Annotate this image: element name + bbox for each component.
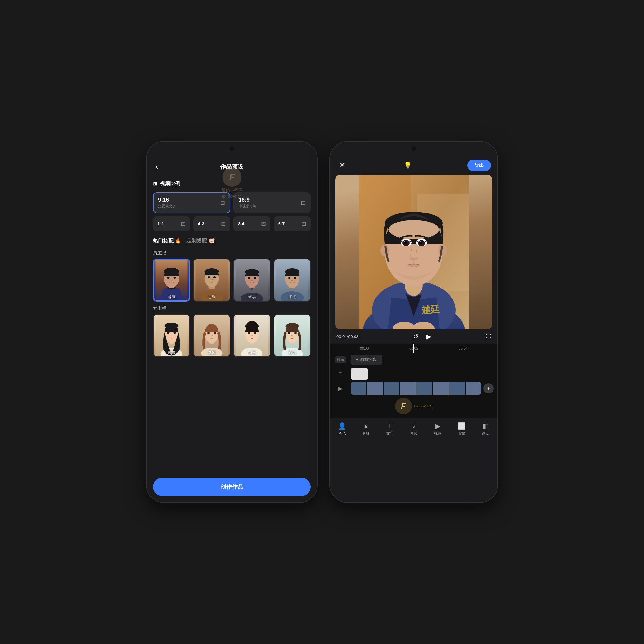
fullscreen-button[interactable]: ⛶ [486,334,491,339]
nav-text[interactable]: T 文字 [378,421,402,437]
ratio-card-3-4[interactable]: 3:4 ⊡ [233,216,270,231]
ratio-4-3-num: 4:3 [198,221,204,226]
svg-point-35 [174,332,176,334]
male-char-4[interactable]: 顾远 [274,259,311,302]
svg-point-40 [207,332,210,334]
caption-label-text: 封面 [335,356,346,363]
back-button[interactable]: ‹ [153,161,161,173]
ratio-card-4-3[interactable]: 4:3 ⊡ [193,216,230,231]
nav-video-icon: ▶ [435,422,440,430]
nav-video-label: 视频 [434,431,441,436]
nav-canvas-label: 画… [482,431,489,436]
svg-point-26 [285,268,299,275]
tab-custom-matching[interactable]: 定制搭配 🐷 [186,238,215,246]
male-char-2[interactable]: 志强 [193,259,230,302]
male-char-3-name: 煜祺 [234,294,270,300]
male-char-3[interactable]: 煜祺 [233,259,270,302]
left-camera-notch [230,146,234,151]
ratio-card-9-16[interactable]: 9:16 短视频比例 ⊡ [153,192,230,213]
close-button[interactable]: ✕ [336,159,348,171]
filmstrip [351,382,481,395]
svg-point-12 [205,268,219,275]
svg-point-14 [213,276,216,278]
ratio-section-title: 视频比例 [160,180,180,187]
right-phone: ✕ 💡 导出 [330,142,497,502]
add-track-button[interactable]: + [483,383,494,393]
tab-hot-matching[interactable]: 热门搭配 🔥 [153,238,181,246]
bottom-nav: 👤 角色 ▲ 素材 T 文字 ♪ 音频 ▶ 视频 ⬜ 背景 [330,418,497,444]
nav-character-label: 角色 [338,431,346,436]
ratio-card-1-1[interactable]: 1:1 ⊡ [153,216,190,231]
film-frame-8 [466,382,481,395]
svg-point-48 [248,332,250,334]
nav-text-icon: T [388,422,392,430]
film-frame-5 [416,382,432,395]
ratio-card-6-7[interactable]: 6:7 ⊡ [274,216,311,231]
ratio-16-9-icon: ⊟ [301,199,306,206]
thumb-track: □ [330,367,497,381]
svg-point-21 [254,277,256,279]
svg-point-19 [245,269,259,275]
time-display: 00:01/00:08 [336,334,359,339]
tab-custom-label: 定制搭配 [186,238,207,243]
ratio-card-16-9[interactable]: 16:9 中视频比例 ⊟ [233,192,311,213]
nav-background[interactable]: ⬜ 背景 [450,421,473,437]
svg-point-27 [288,277,290,279]
add-caption-button[interactable]: + 添加字幕 [351,355,382,365]
right-screen: ✕ 💡 导出 [330,142,497,502]
left-phone: ‹ 作品预设 F 微信小程序 qx.oovc.cc ⊞ 视频比例 9:16 [147,142,317,502]
nav-canvas[interactable]: ◧ 画… [474,421,497,437]
male-char-2-name: 志强 [194,294,230,300]
left-page-title: 作品预设 [220,163,243,171]
tab-hot-emoji: 🔥 [175,238,181,243]
ratio-9-16-desc: 短视频比例 [158,204,176,209]
caption-track-label: 封面 [330,356,351,363]
right-camera-notch [412,146,416,151]
female-char-3-name: 如松 [234,350,270,355]
svg-point-28 [294,277,296,279]
female-char-3[interactable]: 如松 [233,314,270,357]
export-button[interactable]: 导出 [467,160,491,171]
svg-point-6 [167,277,170,279]
svg-point-49 [254,332,256,334]
create-btn-wrap: 创作作品 [147,471,317,502]
svg-text:越廷: 越廷 [421,304,440,315]
timeline-watermark: F qx.oovc.cc [330,396,497,416]
nav-character[interactable]: 👤 角色 [330,421,354,437]
create-button[interactable]: 创作作品 [153,478,311,496]
play-button[interactable]: ▶ [426,333,431,340]
nav-audio[interactable]: ♪ 音频 [402,421,426,437]
caption-track: 封面 + 添加字幕 [330,353,497,367]
svg-point-20 [248,277,250,279]
ratio-16-9-labels: 16:9 中视频比例 [239,197,256,209]
nav-video[interactable]: ▶ 视频 [426,421,450,437]
thumb-track-content [351,368,497,380]
ratio-9-16-icon: ⊡ [220,199,225,206]
nav-audio-icon: ♪ [412,422,415,430]
female-char-4-name: 彩凤 [274,350,310,355]
svg-point-75 [409,257,414,260]
ratio-4-3-icon: ⊡ [221,220,226,227]
female-char-4[interactable]: 彩凤 [274,314,311,357]
ratio-row-small: 1:1 ⊡ 4:3 ⊡ 3:4 ⊡ 6:7 ⊡ [153,216,311,231]
male-char-grid: 越藏 [153,259,311,302]
ratio-9-16-labels: 9:16 短视频比例 [158,197,176,209]
male-section-title: 男主播 [153,250,311,256]
replay-button[interactable]: ↺ [413,333,419,340]
svg-point-72 [419,241,422,244]
female-char-2[interactable]: 逸臻 [193,314,230,357]
nav-background-icon: ⬜ [458,422,466,430]
lamp-button[interactable]: 💡 [404,161,412,169]
nav-material[interactable]: ▲ 素材 [354,421,378,437]
caption-track-content: + 添加字幕 [351,355,497,365]
female-char-1[interactable]: 紫薇 [153,314,190,357]
svg-point-66 [389,220,439,239]
ratio-row-large: 9:16 短视频比例 ⊡ 16:9 中视频比例 ⊟ [153,192,311,213]
female-char-1-name: 紫薇 [154,350,189,355]
filmstrip-track-content: + [351,382,497,395]
filmstrip-track: ▶ + [330,381,497,396]
ratio-9-16-number: 9:16 [158,197,176,203]
male-char-1[interactable]: 越藏 [153,259,190,302]
svg-point-56 [294,332,297,334]
svg-point-55 [288,332,290,334]
